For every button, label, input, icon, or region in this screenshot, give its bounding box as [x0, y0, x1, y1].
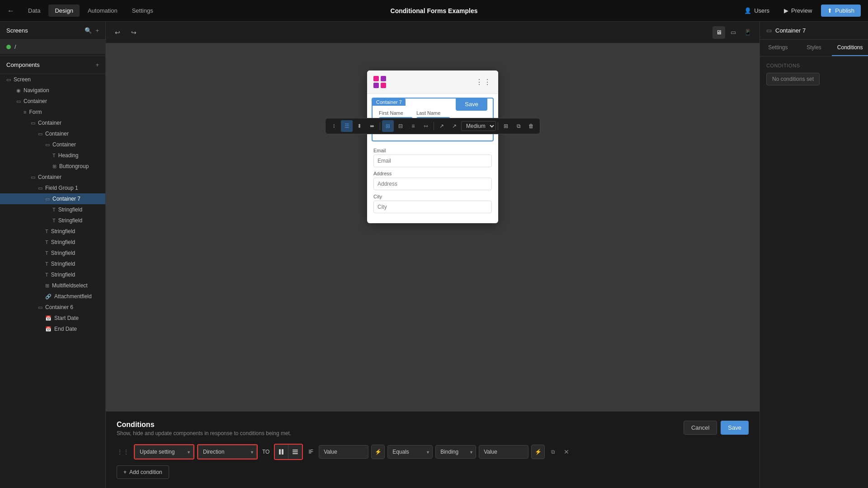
top-nav: ← Data Design Automation Settings Condit…: [0, 0, 868, 22]
medium-select[interactable]: Medium: [461, 121, 496, 131]
align-spread-btn[interactable]: ⇿: [420, 120, 432, 132]
tree-item-buttongroup[interactable]: ⊞ Buttongroup: [0, 161, 105, 172]
copy-condition-btn[interactable]: ⧉: [547, 446, 558, 457]
publish-button[interactable]: ⬆ Publish: [821, 5, 861, 17]
delete-btn-toolbar[interactable]: 🗑: [525, 120, 537, 132]
tree-item-stringfield-3[interactable]: T Stringfield: [0, 226, 105, 237]
value-right-input[interactable]: [479, 445, 528, 459]
tree-item-navigation[interactable]: ◉ Navigation: [0, 85, 105, 96]
add-condition-button[interactable]: + Add condition: [117, 465, 169, 479]
preview-button[interactable]: ▶ Preview: [778, 5, 817, 17]
form-card-top: ⋮⋮: [367, 70, 498, 94]
nav-tab-automation[interactable]: Automation: [81, 5, 124, 17]
align-end-btn[interactable]: ≡: [407, 120, 419, 132]
tab-styles[interactable]: Styles: [796, 40, 832, 56]
email-input[interactable]: [373, 155, 492, 167]
action-select[interactable]: Update setting: [135, 445, 193, 459]
dots-menu-icon[interactable]: ⋮⋮: [476, 78, 492, 86]
expand-btn[interactable]: ↗: [448, 120, 460, 132]
icon-btn-group: [274, 444, 303, 460]
align-start-btn[interactable]: ⊞: [382, 120, 394, 132]
copy-btn-toolbar[interactable]: ⧉: [513, 120, 524, 132]
search-icon[interactable]: 🔍: [85, 27, 92, 34]
page-title: Conditional Forms Examples: [391, 7, 478, 14]
diagonal-btn[interactable]: ↗: [436, 120, 448, 132]
desktop-view-button[interactable]: 🖥: [712, 26, 725, 39]
action-select-wrapper: Update setting ▾: [134, 444, 194, 460]
form-save-button[interactable]: Save: [456, 98, 487, 111]
form-icon: ≡: [24, 109, 26, 115]
nav-tab-data[interactable]: Data: [22, 5, 47, 17]
tree-item-container7[interactable]: ▭ Container 7: [0, 193, 105, 204]
tree-item-container-5[interactable]: ▭ Container: [0, 172, 105, 183]
tablet-view-button[interactable]: ▭: [727, 26, 740, 39]
users-button[interactable]: 👤 Users: [739, 5, 775, 17]
date-icon-2: 📅: [45, 326, 52, 332]
direction-select[interactable]: Direction: [198, 445, 257, 459]
value-left-input[interactable]: [319, 445, 368, 459]
tree-item-startdate[interactable]: 📅 Start Date: [0, 313, 105, 324]
mobile-view-button[interactable]: 📱: [741, 26, 754, 39]
tree-item-container-3[interactable]: ▭ Container: [0, 128, 105, 139]
save-conditions-button[interactable]: Save: [721, 421, 749, 435]
component-icon: ▭: [766, 27, 772, 34]
tree-item-stringfield-6[interactable]: T Stringfield: [0, 258, 105, 269]
viewport-buttons: 🖥 ▭ 📱: [712, 26, 754, 39]
tree-item-stringfield-2[interactable]: T Stringfield: [0, 215, 105, 226]
logo-sq-3: [373, 83, 379, 88]
valign-btn[interactable]: ⬍: [354, 120, 365, 132]
tree-item-screen[interactable]: ▭ Screen: [0, 74, 105, 85]
align-center-btn[interactable]: ⊟: [395, 120, 406, 132]
city-input[interactable]: [373, 201, 492, 213]
canvas-toolbar: ↩ ↪ 🖥 ▭ 📱: [106, 22, 760, 43]
grid-btn[interactable]: ⊞: [500, 120, 512, 132]
tree-item-form[interactable]: ≡ Form: [0, 107, 105, 117]
string-icon-4: T: [45, 239, 48, 245]
add-screen-icon[interactable]: +: [95, 27, 99, 34]
back-button[interactable]: ←: [7, 7, 14, 15]
align-row-btn[interactable]: ☰: [341, 120, 353, 132]
address-input[interactable]: [373, 178, 492, 190]
tab-conditions[interactable]: Conditions: [832, 40, 868, 56]
tree-item-attachmentfield[interactable]: 🔗 Attachmentfield: [0, 291, 105, 302]
add-component-icon[interactable]: +: [95, 61, 99, 68]
delete-condition-btn[interactable]: ✕: [561, 446, 572, 457]
nav-tab-settings[interactable]: Settings: [126, 5, 160, 17]
list-icon-btn[interactable]: [288, 445, 302, 459]
columns-icon-btn[interactable]: [275, 445, 288, 459]
align-col-btn[interactable]: ⫶: [328, 120, 340, 132]
drag-handle[interactable]: ⋮⋮: [117, 448, 129, 455]
conditions-actions: Cancel Save: [684, 421, 749, 435]
tree-item-container-2[interactable]: ▭ Container: [0, 117, 105, 128]
redo-button[interactable]: ↪: [127, 26, 140, 39]
lightning-left-btn[interactable]: ⚡: [371, 445, 385, 459]
tree-item-container-1[interactable]: ▭ Container: [0, 96, 105, 107]
svg-rect-5: [292, 453, 298, 454]
center-area: ↩ ↪ 🖥 ▭ 📱 ⫶ ☰ ⬍ ⬌ ⊞ ⊟ ≡: [106, 22, 760, 488]
tree-item-stringfield-4[interactable]: T Stringfield: [0, 237, 105, 248]
container6-icon: ▭: [38, 305, 42, 310]
tree-item-fieldgroup1[interactable]: ▭ Field Group 1: [0, 183, 105, 193]
tree-item-container6[interactable]: ▭ Container 6: [0, 302, 105, 313]
lightning-right-btn[interactable]: ⚡: [531, 445, 545, 459]
right-tabs: Settings Styles Conditions: [760, 40, 868, 56]
cancel-button[interactable]: Cancel: [684, 421, 717, 435]
tree-item-stringfield-7[interactable]: T Stringfield: [0, 269, 105, 280]
operator-select[interactable]: Equals: [387, 445, 433, 459]
binding-select[interactable]: Binding: [435, 445, 476, 459]
tree-item-stringfield-5[interactable]: T Stringfield: [0, 248, 105, 258]
undo-button[interactable]: ↩: [111, 26, 124, 39]
preview-wrapper: ⋮⋮ Save Container 7 First Name: [115, 52, 750, 402]
halign-btn[interactable]: ⬌: [366, 120, 378, 132]
tree-item-enddate[interactable]: 📅 End Date: [0, 324, 105, 334]
screen-item-root[interactable]: /: [0, 40, 105, 54]
conditions-title: Conditions: [117, 421, 291, 429]
fieldgroup-icon: ▭: [38, 185, 42, 191]
tab-settings[interactable]: Settings: [760, 40, 796, 56]
tree-item-heading[interactable]: T Heading: [0, 150, 105, 161]
nav-tab-design[interactable]: Design: [48, 5, 79, 17]
container-icon-1: ▭: [16, 99, 21, 104]
tree-item-stringfield-1[interactable]: T Stringfield: [0, 204, 105, 215]
tree-item-container-4[interactable]: ▭ Container: [0, 139, 105, 150]
tree-item-multifieldselect[interactable]: ⊞ Multifieldselect: [0, 280, 105, 291]
